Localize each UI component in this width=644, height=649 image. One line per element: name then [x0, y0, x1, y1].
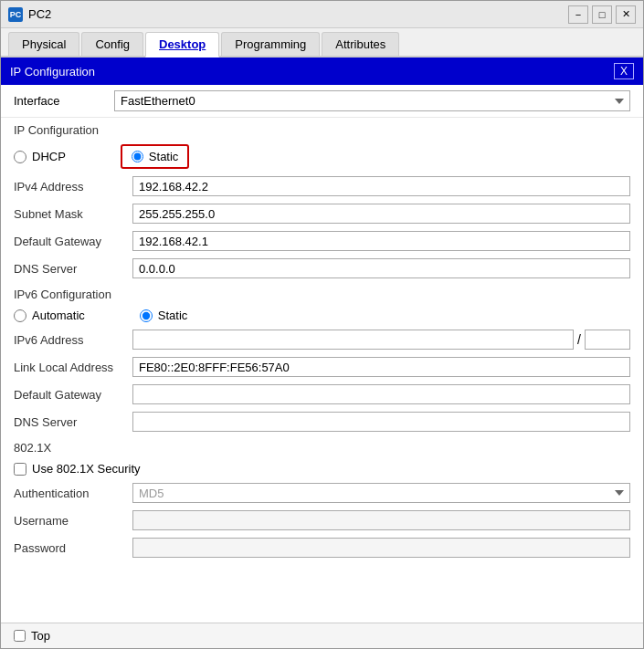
- top-label: Top: [31, 629, 50, 643]
- tab-desktop[interactable]: Desktop: [145, 32, 219, 58]
- use-dot1x-row: Use 802.1X Security: [1, 458, 643, 479]
- bottom-bar: Top: [1, 623, 643, 648]
- tab-bar: Physical Config Desktop Programming Attr…: [1, 28, 643, 58]
- ip-config-close-button[interactable]: X: [614, 63, 634, 79]
- ip-config-header: IP Configuration X: [1, 58, 643, 85]
- subnet-mask-input[interactable]: [132, 204, 630, 224]
- dns-server-label: DNS Server: [14, 262, 123, 276]
- authentication-select[interactable]: MD5: [132, 483, 630, 503]
- ipv6-section-title: IPv6 Configuration: [1, 282, 643, 305]
- use-dot1x-checkbox[interactable]: [14, 463, 26, 476]
- ipv6-address-row: IPv6 Address /: [1, 326, 643, 353]
- default-gateway-label: Default Gateway: [14, 235, 123, 248]
- title-bar: PC PC2 − □ ✕: [1, 1, 643, 28]
- static-radio[interactable]: [132, 151, 143, 162]
- ipv6-address-label: IPv6 Address: [14, 333, 123, 347]
- slash-separator: /: [577, 332, 581, 347]
- use-dot1x-label: Use 802.1X Security: [32, 462, 141, 476]
- ipv6-address-container: /: [132, 330, 630, 350]
- minimize-button[interactable]: −: [568, 5, 588, 24]
- username-input[interactable]: [132, 510, 630, 530]
- subnet-mask-row: Subnet Mask: [1, 200, 643, 227]
- app-icon: PC: [8, 7, 23, 22]
- top-checkbox[interactable]: [14, 630, 26, 642]
- link-local-row: Link Local Address: [1, 353, 643, 381]
- static-label: Static: [149, 150, 179, 163]
- dns-server-ipv6-label: DNS Server: [14, 415, 123, 429]
- interface-row: Interface FastEthernet0: [1, 85, 643, 118]
- maximize-button[interactable]: □: [592, 5, 612, 24]
- ipv4-section-title: IP Configuration: [1, 118, 643, 141]
- automatic-radio[interactable]: [14, 309, 26, 322]
- window-title: PC2: [28, 7, 568, 21]
- password-input[interactable]: [132, 538, 630, 558]
- interface-select[interactable]: FastEthernet0: [114, 90, 630, 111]
- password-label: Password: [14, 541, 123, 555]
- dns-server-ipv6-input[interactable]: [132, 412, 630, 432]
- dns-server-row: DNS Server: [1, 255, 643, 282]
- interface-label: Interface: [14, 94, 105, 108]
- tab-config[interactable]: Config: [81, 32, 143, 56]
- authentication-label: Authentication: [14, 487, 123, 500]
- tab-attributes[interactable]: Attributes: [322, 32, 399, 56]
- main-content: IP Configuration X Interface FastEtherne…: [1, 58, 643, 623]
- tab-physical[interactable]: Physical: [8, 32, 79, 56]
- subnet-mask-label: Subnet Mask: [14, 207, 123, 221]
- static-ipv6-option[interactable]: Static: [140, 309, 188, 322]
- link-local-input[interactable]: [132, 357, 630, 377]
- static-ipv6-label: Static: [158, 309, 188, 322]
- username-label: Username: [14, 514, 123, 528]
- default-gateway-input[interactable]: [132, 231, 630, 251]
- main-window: PC PC2 − □ ✕ Physical Config Desktop Pro…: [0, 0, 644, 649]
- close-button[interactable]: ✕: [616, 5, 636, 24]
- default-gateway-ipv6-label: Default Gateway: [14, 388, 123, 402]
- ipv4-address-input[interactable]: [132, 176, 630, 196]
- static-highlighted-box: Static: [121, 144, 190, 169]
- ipv4-address-label: IPv4 Address: [14, 180, 123, 194]
- window-controls: − □ ✕: [568, 5, 636, 24]
- top-checkbox-row: Top: [14, 629, 50, 643]
- ip-config-title: IP Configuration: [10, 65, 95, 79]
- authentication-row: Authentication MD5: [1, 479, 643, 507]
- password-row: Password: [1, 534, 643, 561]
- default-gateway-row: Default Gateway: [1, 227, 643, 255]
- tab-programming[interactable]: Programming: [221, 32, 320, 56]
- ipv6-prefix-input[interactable]: [585, 330, 630, 350]
- static-ipv6-radio[interactable]: [140, 309, 153, 322]
- dns-server-input[interactable]: [132, 258, 630, 278]
- ipv6-address-input[interactable]: [132, 330, 574, 350]
- dhcp-radio[interactable]: [14, 151, 26, 163]
- username-row: Username: [1, 507, 643, 534]
- default-gateway-ipv6-row: Default Gateway: [1, 381, 643, 408]
- ipv6-mode-row: Automatic Static: [1, 305, 643, 326]
- dns-server-ipv6-row: DNS Server: [1, 408, 643, 435]
- dhcp-option[interactable]: DHCP: [14, 150, 66, 163]
- default-gateway-ipv6-input[interactable]: [132, 384, 630, 404]
- ipv4-address-row: IPv4 Address: [1, 173, 643, 200]
- automatic-option[interactable]: Automatic: [14, 309, 85, 322]
- dhcp-label: DHCP: [32, 150, 66, 163]
- ip-mode-row: DHCP Static: [1, 141, 643, 173]
- dot1x-section-title: 802.1X: [1, 435, 643, 458]
- automatic-label: Automatic: [32, 309, 85, 322]
- link-local-label: Link Local Address: [14, 361, 123, 374]
